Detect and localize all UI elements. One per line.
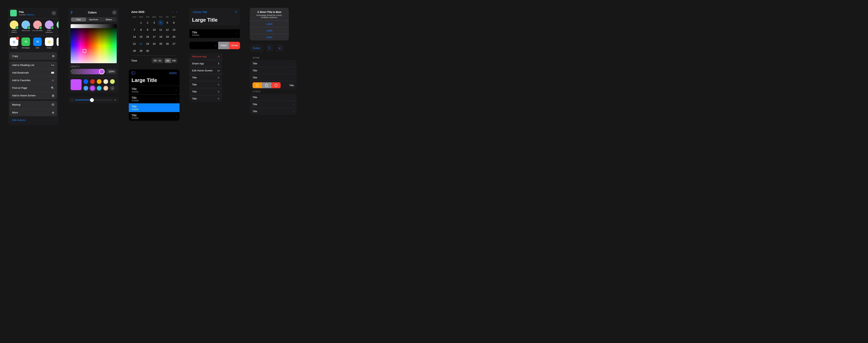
context-menu-item[interactable]: Title☆ [189, 88, 222, 95]
color-swatch[interactable] [110, 79, 115, 84]
share-contact[interactable]: Da Kn [55, 21, 59, 33]
calendar-day[interactable]: 15 [138, 34, 144, 39]
brightness-slider[interactable] [75, 100, 112, 100]
back-button[interactable]: ‹ Parent Title [192, 10, 207, 14]
share-contact[interactable]: Beam Seilaudom [44, 21, 55, 33]
calendar-day[interactable]: 3 [151, 20, 157, 25]
action-item[interactable]: Add to Favorites☆ [9, 77, 57, 84]
info-button[interactable]: ⓘ [266, 44, 274, 52]
context-menu-item[interactable]: Remove App⊖ [189, 53, 222, 60]
list-row[interactable]: Title Subtitle › [189, 29, 240, 38]
action-item[interactable]: Add to Home Screen⊞ [9, 92, 57, 99]
calendar-day[interactable]: 1 [138, 20, 144, 25]
segment-option[interactable] [252, 82, 262, 88]
alert-button[interactable]: Label [250, 27, 289, 34]
calendar-day[interactable]: 12 [164, 27, 170, 32]
opacity-slider[interactable] [71, 69, 104, 74]
copy-action[interactable]: Copy ⧉ [9, 52, 57, 60]
calendar-day[interactable]: 2 [145, 20, 150, 25]
calendar-day[interactable]: 18 [158, 34, 163, 39]
context-menu-item[interactable]: Title☆ [189, 74, 222, 81]
month-picker[interactable]: June 2020 › [131, 10, 146, 13]
close-button[interactable]: ✕ [52, 11, 56, 15]
calendar-day[interactable]: 16 [145, 34, 150, 39]
next-month-button[interactable]: › [176, 10, 177, 14]
tab-spectrum[interactable]: Spectrum [86, 18, 101, 22]
swipe-delete-button[interactable]: Delete [229, 42, 240, 49]
list-item[interactable]: TitleSubtitle› [129, 94, 180, 103]
tab-sliders[interactable]: Sliders [101, 18, 116, 22]
context-menu-item[interactable]: Share App⇪ [189, 60, 222, 67]
action-item[interactable]: MarkupⒶ [9, 101, 57, 109]
segment-option[interactable] [271, 82, 281, 88]
edit-actions-link[interactable]: Edit Actions... [9, 118, 57, 124]
calendar-day[interactable]: 5 [164, 20, 170, 25]
options-link[interactable]: Options › [27, 13, 35, 16]
sidebar-toggle-icon[interactable] [131, 72, 135, 74]
color-swatch[interactable] [84, 86, 88, 91]
action-item[interactable]: Add to Reading List👓 [9, 61, 57, 69]
list-item[interactable]: Title› [250, 108, 297, 115]
list-item[interactable]: TitleSubtitle› [129, 103, 180, 112]
swipe-content[interactable]: › [189, 42, 218, 49]
opacity-thumb[interactable] [99, 69, 104, 74]
calendar-day[interactable]: 19 [164, 34, 170, 39]
add-circle-button[interactable]: ⊕ [276, 44, 284, 52]
action-item[interactable]: Add Bookmark📖 [9, 69, 57, 77]
calendar-day[interactable]: 30 [145, 48, 150, 54]
calendar-day[interactable]: 9 [145, 27, 150, 32]
am-option[interactable]: AM [164, 58, 171, 63]
button[interactable]: Button [250, 44, 264, 52]
calendar-day[interactable]: 7 [132, 27, 137, 32]
opacity-value[interactable]: 100% [106, 69, 117, 74]
calendar-day[interactable]: 26 [164, 41, 170, 46]
color-swatch[interactable] [103, 79, 108, 84]
color-grid-cursor[interactable] [83, 49, 86, 53]
share-contact[interactable]: Allison Cain [20, 21, 31, 33]
list-item[interactable]: Title› [250, 67, 297, 74]
action-item[interactable]: More⊜ [9, 109, 57, 116]
share-app[interactable]: ✉Messages [20, 37, 31, 49]
calendar-day[interactable]: 23 [145, 41, 150, 46]
add-button[interactable]: + [235, 10, 237, 14]
list-item[interactable]: Title› [250, 94, 297, 101]
calendar-day[interactable]: 13 [171, 27, 177, 32]
tab-grid[interactable]: Grid [71, 18, 86, 22]
pm-option[interactable]: PM [171, 58, 177, 63]
calendar-day[interactable]: 28 [132, 48, 137, 54]
share-contact[interactable]: Eric and Stella [32, 21, 43, 33]
share-app[interactable]: ◎2Airdrop [8, 37, 20, 49]
color-swatch[interactable] [90, 79, 95, 84]
brightness-thumb[interactable] [90, 98, 94, 102]
share-app[interactable]: ✉Mail [32, 37, 43, 49]
calendar-day[interactable]: 24 [151, 41, 157, 46]
color-swatch[interactable] [97, 79, 101, 84]
action-button[interactable]: Action [169, 71, 177, 74]
calendar-day[interactable]: 6 [171, 20, 177, 25]
list-item[interactable]: TitleSubtitle› [129, 86, 180, 94]
calendar-day[interactable]: 27 [171, 41, 177, 46]
context-menu-item[interactable]: Edit Home Screen▭ [189, 67, 222, 74]
calendar-day[interactable]: 21 [132, 41, 137, 46]
segment-option[interactable] [262, 82, 271, 88]
calendar-day[interactable]: 11 [158, 27, 163, 32]
share-app[interactable]: ⋮Remin [55, 37, 59, 49]
alert-button[interactable]: Label [250, 21, 289, 27]
list-item[interactable]: TitleSubtitle› [129, 112, 180, 121]
color-swatch[interactable] [97, 86, 101, 91]
eyedropper-icon[interactable]: ⁋ [71, 11, 72, 14]
calendar-day[interactable]: 4 [158, 20, 163, 25]
prev-month-button[interactable]: ‹ [172, 10, 173, 14]
swipe-action-button[interactable]: Action [218, 42, 229, 49]
calendar-day[interactable]: 22 [138, 41, 144, 46]
list-item[interactable]: Title› [250, 101, 297, 108]
add-swatch-button[interactable]: + [110, 86, 115, 91]
calendar-day[interactable]: 29 [138, 48, 144, 54]
share-contact[interactable]: Shelley Willems [8, 21, 20, 33]
close-button[interactable]: ✕ [112, 10, 117, 15]
calendar-day[interactable]: 17 [151, 34, 157, 39]
color-grid[interactable] [71, 24, 117, 63]
time-field[interactable]: 09 : 41 [152, 58, 163, 63]
list-item[interactable]: Title› [250, 74, 297, 81]
color-swatch[interactable] [103, 86, 108, 91]
